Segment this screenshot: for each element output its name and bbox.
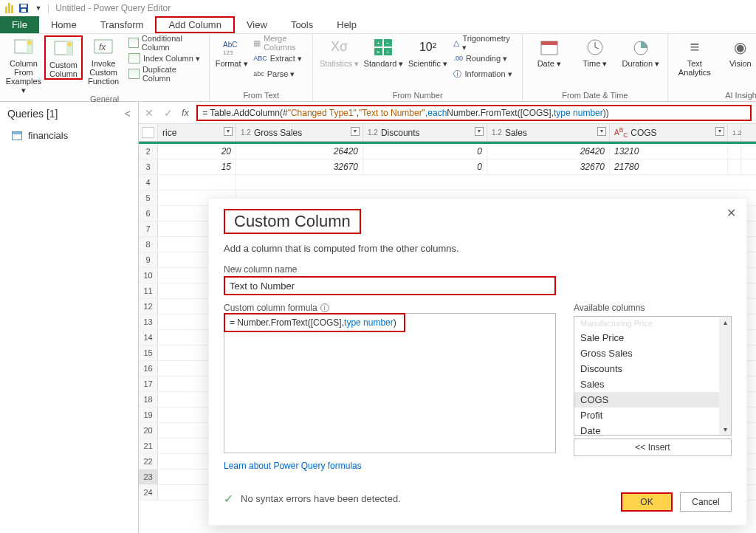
filter-dropdown-icon[interactable]: ▾ bbox=[351, 127, 360, 136]
cell[interactable]: 0 bbox=[363, 144, 487, 159]
save-icon[interactable] bbox=[18, 2, 30, 14]
available-column-item[interactable]: Discounts bbox=[574, 361, 731, 376]
queries-pane-header[interactable]: Queries [1] < bbox=[0, 102, 138, 125]
information-button[interactable]: ⓘInformation ▾ bbox=[450, 66, 517, 81]
duplicate-column-button[interactable]: Duplicate Column bbox=[126, 66, 205, 81]
formula-cancel-icon[interactable]: ✕ bbox=[143, 107, 155, 119]
query-item-financials[interactable]: financials bbox=[0, 125, 138, 145]
cell[interactable]: 26420 bbox=[487, 144, 610, 159]
filter-dropdown-icon[interactable]: ▾ bbox=[224, 127, 233, 136]
cell[interactable]: 0 bbox=[363, 159, 487, 174]
trigonometry-button[interactable]: △Trigonometry ▾ bbox=[450, 35, 517, 50]
menu-tools[interactable]: Tools bbox=[279, 16, 325, 33]
scroll-down-icon[interactable]: ▾ bbox=[724, 425, 727, 433]
column-header-next[interactable]: 1.2 bbox=[728, 124, 741, 141]
row-header[interactable]: 22 bbox=[139, 454, 158, 469]
column-header-price[interactable]: rice▾ bbox=[158, 124, 236, 141]
menu-home[interactable]: Home bbox=[39, 16, 89, 33]
table-row[interactable]: 3 15 32670 0 32670 21780 bbox=[139, 159, 756, 175]
filter-dropdown-icon[interactable]: ▾ bbox=[475, 127, 484, 136]
row-header[interactable]: 23 bbox=[139, 470, 158, 484]
table-row[interactable]: 4 bbox=[139, 175, 756, 190]
available-column-item[interactable]: Profit bbox=[574, 408, 731, 423]
row-header[interactable]: 19 bbox=[139, 408, 158, 422]
menu-file[interactable]: File bbox=[0, 16, 39, 33]
vision-button[interactable]: ◉Vision bbox=[718, 35, 756, 68]
scrollbar[interactable]: ▴▾ bbox=[719, 317, 731, 435]
formula-commit-icon[interactable]: ✓ bbox=[162, 107, 174, 119]
row-header[interactable]: 13 bbox=[139, 314, 158, 329]
row-header[interactable]: 9 bbox=[139, 252, 158, 267]
extract-button[interactable]: ABCExtract ▾ bbox=[250, 51, 308, 66]
index-column-button[interactable]: Index Column ▾ bbox=[126, 51, 205, 66]
row-header[interactable]: 5 bbox=[139, 190, 158, 205]
format-button[interactable]: AbC123 Format ▾ bbox=[214, 35, 249, 68]
cancel-button[interactable]: Cancel bbox=[680, 492, 732, 512]
learn-link[interactable]: Learn about Power Query formulas bbox=[224, 461, 362, 471]
column-header-sales[interactable]: 1.2Sales▾ bbox=[487, 124, 610, 141]
menu-add-column[interactable]: Add Column bbox=[155, 16, 235, 33]
row-header[interactable]: 20 bbox=[139, 423, 158, 438]
available-columns-list[interactable]: Manufacturing PriceSale PriceGross Sales… bbox=[574, 316, 732, 436]
ok-button[interactable]: OK bbox=[621, 492, 673, 512]
column-from-examples-button[interactable]: Column From Examples ▾ bbox=[4, 35, 43, 94]
statistics-button[interactable]: XσStatistics ▾ bbox=[317, 35, 360, 68]
fx-icon[interactable]: fx bbox=[182, 107, 189, 118]
cell[interactable]: 20 bbox=[158, 144, 236, 159]
row-header[interactable]: 3 bbox=[139, 159, 158, 174]
filter-dropdown-icon[interactable]: ▾ bbox=[715, 127, 724, 136]
available-column-item[interactable]: COGS bbox=[574, 392, 731, 408]
standard-button[interactable]: +−×÷Standard ▾ bbox=[362, 35, 405, 68]
available-column-item[interactable]: Sale Price bbox=[574, 330, 731, 345]
collapse-icon[interactable]: < bbox=[125, 108, 131, 120]
custom-formula-textarea[interactable]: = Number.FromText([COGS],type number) bbox=[224, 313, 556, 453]
new-column-name-input[interactable] bbox=[224, 276, 556, 295]
filter-dropdown-icon[interactable]: ▾ bbox=[597, 127, 606, 136]
row-header[interactable]: 14 bbox=[139, 330, 158, 345]
info-icon[interactable]: i bbox=[320, 303, 329, 312]
cell[interactable]: 15 bbox=[158, 159, 236, 174]
close-icon[interactable]: ✕ bbox=[726, 206, 736, 220]
available-column-item[interactable]: Date bbox=[574, 423, 731, 436]
rounding-button[interactable]: .00Rounding ▾ bbox=[450, 51, 517, 66]
text-analytics-button[interactable]: ≡Text Analytics bbox=[673, 35, 717, 77]
row-header[interactable]: 11 bbox=[139, 283, 158, 298]
time-button[interactable]: Time ▾ bbox=[573, 35, 617, 68]
row-header[interactable]: 17 bbox=[139, 376, 158, 391]
conditional-column-button[interactable]: Conditional Column bbox=[126, 35, 205, 50]
row-header[interactable]: 2 bbox=[139, 144, 158, 159]
duration-button[interactable]: Duration ▾ bbox=[619, 35, 663, 68]
cell[interactable]: 21780 bbox=[610, 159, 728, 174]
scroll-up-icon[interactable]: ▴ bbox=[724, 318, 727, 326]
row-header[interactable]: 24 bbox=[139, 485, 158, 500]
row-header[interactable]: 21 bbox=[139, 439, 158, 453]
row-header[interactable]: 12 bbox=[139, 299, 158, 314]
cell[interactable] bbox=[158, 175, 236, 190]
custom-column-button[interactable]: Custom Column bbox=[44, 35, 83, 80]
available-column-item[interactable]: Sales bbox=[574, 376, 731, 392]
table-row[interactable]: 2 20 26420 0 26420 13210 bbox=[139, 144, 756, 159]
cell[interactable] bbox=[728, 159, 741, 174]
formula-input[interactable]: = Table.AddColumn(#"Changed Type1", "Tex… bbox=[196, 105, 752, 121]
cell[interactable]: 32670 bbox=[487, 159, 610, 174]
row-header[interactable]: 18 bbox=[139, 392, 158, 407]
row-header[interactable]: 8 bbox=[139, 237, 158, 252]
row-header[interactable]: 10 bbox=[139, 268, 158, 283]
available-column-item[interactable]: Manufacturing Price bbox=[574, 317, 731, 330]
row-header[interactable]: 7 bbox=[139, 221, 158, 236]
row-header[interactable]: 4 bbox=[139, 175, 158, 190]
available-column-item[interactable]: Gross Sales bbox=[574, 345, 731, 361]
column-header-gross-sales[interactable]: 1.2Gross Sales▾ bbox=[236, 124, 363, 141]
row-header[interactable]: 6 bbox=[139, 206, 158, 221]
cell[interactable]: 32670 bbox=[236, 159, 363, 174]
invoke-custom-function-button[interactable]: fx Invoke Custom Function bbox=[84, 35, 123, 86]
row-header[interactable]: 16 bbox=[139, 361, 158, 376]
cell[interactable] bbox=[728, 144, 741, 159]
column-header-discounts[interactable]: 1.2Discounts▾ bbox=[363, 124, 487, 141]
qat-dropdown-icon[interactable]: ▼ bbox=[32, 2, 44, 14]
menu-view[interactable]: View bbox=[235, 16, 279, 33]
select-all-corner[interactable] bbox=[139, 124, 158, 141]
scientific-button[interactable]: 10²Scientific ▾ bbox=[406, 35, 449, 68]
menu-help[interactable]: Help bbox=[325, 16, 368, 33]
menu-transform[interactable]: Transform bbox=[89, 16, 156, 33]
